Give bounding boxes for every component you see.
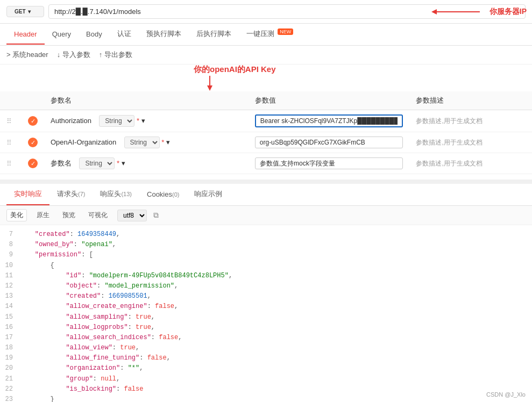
param-name-cell: Authorization String * ▾: [44, 110, 249, 132]
tab-pre-script[interactable]: 预执行脚本: [139, 24, 189, 45]
code-line-17: 17 "allow_search_indices": false,: [0, 333, 532, 343]
request-header-count: (7): [78, 191, 85, 197]
new-badge: NEW: [278, 28, 293, 35]
code-line-11: 11 "id": "modelperm-49FUp5v084tB849tC4z8…: [0, 271, 532, 281]
col-drag: [0, 91, 22, 110]
format-preview[interactable]: 预览: [59, 210, 79, 221]
tab-stress-test[interactable]: 一键压测 NEW: [239, 24, 301, 45]
code-line-20: 20 "organization": "*",: [0, 363, 532, 374]
param-desc-cell: 参数描述,用于生成文档: [409, 153, 532, 174]
url-bar: GET ▾ 你服务器IP: [0, 0, 532, 24]
param-type-select[interactable]: String: [79, 157, 115, 169]
code-line-7: 7 "created": 1649358449,: [0, 229, 532, 240]
tab-query[interactable]: Query: [45, 25, 79, 45]
method-selector[interactable]: GET ▾: [6, 6, 44, 17]
system-header-toggle[interactable]: > 系统header: [6, 50, 48, 60]
watermark: CSDN @J_Xlo: [486, 391, 526, 398]
import-params-button[interactable]: ↓ 导入参数: [57, 50, 90, 60]
check-cell: ✓: [22, 132, 44, 153]
response-section: 实时响应 请求头(7) 响应头(13) Cookies(0) 响应示例 美化 原…: [0, 180, 532, 402]
svg-marker-3: [207, 85, 212, 91]
param-desc-cell: 参数描述,用于生成文档: [409, 132, 532, 153]
code-line-18: 18 "allow_view": true,: [0, 343, 532, 353]
param-name: 参数名: [51, 159, 72, 167]
check-cell: ✓: [22, 110, 44, 132]
code-line-23: 23 }: [0, 394, 532, 402]
export-params-button[interactable]: ↑ 导出参数: [99, 50, 132, 60]
tab-post-script[interactable]: 后执行脚本: [189, 24, 239, 45]
table-row: ⠿ ✓ Authorization String * ▾: [0, 110, 532, 132]
openai-key-label: 你的openAI的API Key: [194, 64, 276, 75]
arrow-icon: [431, 6, 485, 17]
format-raw[interactable]: 原生: [33, 210, 53, 221]
code-line-14: 14 "allow_create_engine": false,: [0, 302, 532, 312]
param-value-input[interactable]: [255, 137, 403, 148]
response-tab-response-headers[interactable]: 响应头(13): [93, 184, 139, 205]
code-line-13: 13 "created": 1669085501,: [0, 291, 532, 302]
code-line-19: 19 "allow_fine_tuning": false,: [0, 353, 532, 363]
copy-icon[interactable]: ⧉: [153, 211, 159, 220]
param-name-cell: OpenAI-Organization String * ▾: [44, 132, 249, 153]
col-desc-header: 参数描述: [409, 91, 532, 110]
svg-marker-1: [431, 9, 437, 15]
dropdown-icon: ▾: [166, 138, 170, 146]
code-line-10: 10 {: [0, 261, 532, 271]
row-checkbox[interactable]: ✓: [28, 159, 38, 168]
params-section: 参数名 参数值 参数描述 ⠿ ✓ Authorization String: [0, 91, 532, 174]
dropdown-icon: ▾: [141, 117, 145, 125]
param-name: OpenAI-Organization: [51, 138, 116, 146]
cookie-count: (0): [172, 191, 179, 198]
table-row: ⠿ ✓ 参数名 String * ▾ 参: [0, 153, 532, 174]
param-value-input[interactable]: [255, 157, 403, 169]
code-line-12: 12 "object": "model_permission",: [0, 281, 532, 291]
code-line-22: 22 "is_blocking": false: [0, 384, 532, 394]
openai-key-annotation: 你的openAI的API Key: [194, 64, 276, 91]
tab-body[interactable]: Body: [79, 25, 110, 45]
response-tab-example[interactable]: 响应示例: [187, 184, 230, 205]
col-check: [22, 91, 44, 110]
param-desc: 参数描述,用于生成文档: [416, 160, 482, 167]
format-beautify[interactable]: 美化: [6, 209, 27, 221]
response-tab-realtime[interactable]: 实时响应: [6, 184, 49, 205]
param-type-select[interactable]: String: [99, 115, 134, 127]
param-name: Authorization: [51, 117, 91, 125]
col-value-header: 参数值: [249, 91, 410, 110]
drag-handle-cell: ⠿: [0, 132, 22, 153]
format-visual[interactable]: 可视化: [85, 210, 111, 221]
param-desc: 参数描述,用于生成文档: [416, 139, 482, 146]
tab-header[interactable]: Header: [6, 25, 45, 45]
code-line-21: 21 "group": null,: [0, 374, 532, 384]
dropdown-icon: ▾: [122, 159, 125, 167]
code-line-8: 8 "owned_by": "openai",: [0, 240, 532, 250]
tabs-bar: Header Query Body 认证 预执行脚本 后执行脚本 一键压测 NE…: [0, 24, 532, 46]
tab-auth[interactable]: 认证: [110, 24, 139, 45]
response-tab-request-headers[interactable]: 请求头(7): [49, 184, 93, 205]
encoding-select[interactable]: utf8: [117, 210, 147, 221]
code-line-9: 9 "permission": [: [0, 250, 532, 260]
param-desc-cell: 参数描述,用于生成文档: [409, 110, 532, 132]
table-row: ⠿ ✓ OpenAI-Organization String * ▾: [0, 132, 532, 153]
params-table: 参数名 参数值 参数描述 ⠿ ✓ Authorization String: [0, 91, 532, 174]
param-value-input[interactable]: [255, 114, 403, 127]
param-type-select[interactable]: String: [124, 137, 160, 148]
param-desc: 参数描述,用于生成文档: [416, 117, 482, 125]
server-ip-annotation: 你服务器IP: [431, 6, 527, 17]
required-icon: *: [137, 117, 139, 125]
param-value-cell: [249, 132, 410, 153]
method-label: GET: [15, 9, 26, 15]
header-tools: > 系统header ↓ 导入参数 ↑ 导出参数: [0, 46, 532, 64]
drag-handle-icon[interactable]: ⠿: [6, 139, 12, 147]
drag-handle-icon[interactable]: ⠿: [6, 117, 12, 125]
response-tab-cookies[interactable]: Cookies(0): [139, 185, 187, 205]
param-value-cell: [249, 153, 410, 174]
server-ip-label: 你服务器IP: [490, 7, 527, 17]
row-checkbox[interactable]: ✓: [28, 116, 38, 126]
code-area: 7 "created": 1649358449, 8 "owned_by": "…: [0, 225, 532, 402]
required-icon: *: [117, 159, 119, 167]
response-tabs-bar: 实时响应 请求头(7) 响应头(13) Cookies(0) 响应示例: [0, 184, 532, 206]
drag-handle-cell: ⠿: [0, 110, 22, 132]
drag-handle-icon[interactable]: ⠿: [6, 160, 12, 168]
param-value-cell: [249, 110, 410, 132]
row-checkbox[interactable]: ✓: [28, 138, 38, 147]
arrow-down-icon: [194, 75, 258, 91]
